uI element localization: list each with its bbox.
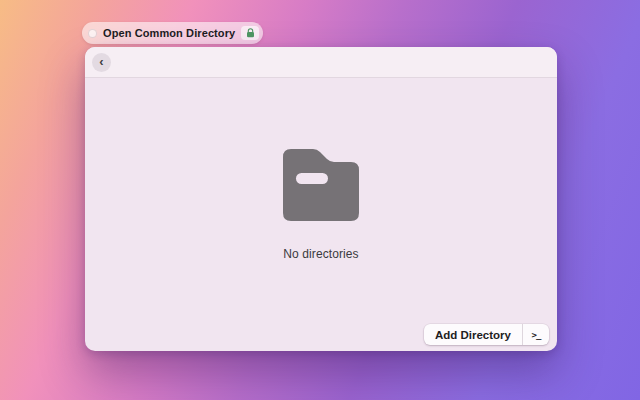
window-titlebar: ‹ bbox=[85, 47, 557, 78]
lock-icon bbox=[246, 28, 255, 38]
empty-state: No directories bbox=[283, 149, 359, 261]
footer-button-group: Add Directory >_ bbox=[424, 324, 549, 345]
desktop-background: Open Common Directory ‹ bbox=[0, 0, 640, 400]
chevron-left-icon: ‹ bbox=[99, 55, 103, 68]
folder-icon bbox=[283, 149, 359, 225]
permission-pill[interactable]: Open Common Directory bbox=[82, 22, 263, 44]
directory-window: ‹ No directories Add Directory >_ bbox=[85, 47, 557, 351]
empty-state-message: No directories bbox=[283, 247, 358, 261]
terminal-prompt-icon[interactable]: >_ bbox=[523, 324, 549, 345]
permission-pill-label: Open Common Directory bbox=[103, 27, 235, 39]
lock-badge bbox=[241, 26, 259, 40]
status-dot-icon bbox=[88, 29, 97, 38]
back-button[interactable]: ‹ bbox=[92, 53, 111, 72]
add-directory-button[interactable]: Add Directory bbox=[424, 324, 522, 345]
window-content: No directories bbox=[85, 78, 557, 351]
